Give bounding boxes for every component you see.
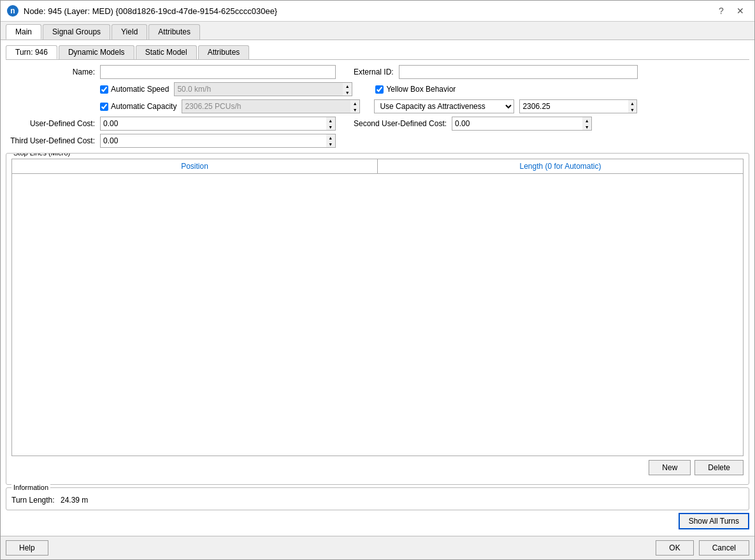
stop-lines-table: Position Length (0 for Automatic)	[11, 159, 744, 456]
thirdcost-spin-up[interactable]: ▲	[326, 134, 335, 141]
third-cost-input-group: ▲ ▼	[100, 134, 336, 148]
secondcost-spin-up[interactable]: ▲	[582, 117, 591, 124]
speed-yellowbox-row: Automatic Speed ▲ ▼ Yellow Box Behavior	[6, 82, 749, 96]
tab-signal-groups[interactable]: Signal Groups	[43, 24, 110, 39]
main-tab-bar: Main Signal Groups Yield Attributes	[1, 22, 754, 40]
automatic-speed-checkbox-label[interactable]: Automatic Speed	[100, 85, 169, 94]
sub-tab-turn[interactable]: Turn: 946	[6, 45, 57, 59]
user-cost-input-group: ▲ ▼	[100, 117, 336, 131]
capval-spin-down[interactable]: ▼	[628, 106, 637, 113]
automatic-capacity-input-group: ▲ ▼	[182, 99, 360, 113]
capacity-spin-down[interactable]: ▼	[350, 106, 359, 113]
speed-spin-down[interactable]: ▼	[343, 89, 352, 96]
stop-lines-legend: Stop Lines (Micro)	[11, 153, 72, 157]
use-capacity-dropdown[interactable]: Use Capacity as Attractiveness Do not us…	[374, 99, 514, 113]
capacity-value-spinners: ▲ ▼	[628, 99, 638, 113]
capacity-spin-up[interactable]: ▲	[350, 100, 359, 106]
second-cost-input[interactable]	[452, 117, 582, 131]
name-externalid-row: Name: External ID:	[6, 65, 749, 79]
footer-bar: Help OK Cancel	[1, 536, 754, 559]
usercost-spin-up[interactable]: ▲	[326, 117, 335, 124]
user-cost-row: User-Defined Cost: ▲ ▼ Second User-Defin…	[6, 117, 749, 131]
user-cost-label: User-Defined Cost:	[6, 119, 95, 128]
new-delete-row: New Delete	[11, 456, 744, 479]
show-all-turns-bar: Show All Turns	[6, 513, 749, 529]
automatic-speed-input	[174, 82, 343, 96]
sub-tab-dynamic-models[interactable]: Dynamic Models	[59, 45, 134, 59]
third-cost-row: Third User-Defined Cost: ▲ ▼	[6, 134, 749, 148]
show-all-turns-button[interactable]: Show All Turns	[679, 513, 749, 529]
external-id-label: External ID:	[354, 68, 394, 76]
user-cost-input[interactable]	[100, 117, 326, 131]
automatic-capacity-checkbox[interactable]	[100, 103, 108, 111]
capacity-row: Automatic Capacity ▲ ▼ Use Capacity as A…	[6, 99, 749, 113]
table-header: Position Length (0 for Automatic)	[12, 159, 743, 174]
information-group: Information Turn Length: 24.39 m	[6, 487, 749, 510]
sub-tab-static-model[interactable]: Static Model	[136, 45, 197, 59]
new-button[interactable]: New	[649, 460, 691, 475]
ok-button[interactable]: OK	[656, 540, 693, 556]
yellow-box-checkbox-label[interactable]: Yellow Box Behavior	[375, 85, 456, 94]
external-id-input[interactable]	[399, 65, 638, 79]
close-button[interactable]: ✕	[733, 4, 748, 17]
third-cost-spinners: ▲ ▼	[326, 134, 336, 148]
title-bar: n Node: 945 (Layer: MED) {008d1826-19cd-…	[1, 1, 754, 22]
automatic-speed-spinners: ▲ ▼	[343, 82, 352, 96]
content-area: Turn: 946 Dynamic Models Static Model At…	[1, 40, 754, 536]
tab-yield[interactable]: Yield	[111, 24, 147, 39]
app-icon: n	[7, 5, 18, 17]
tab-main[interactable]: Main	[6, 24, 41, 39]
automatic-speed-input-group: ▲ ▼	[174, 82, 352, 96]
automatic-capacity-input	[182, 99, 350, 113]
tab-attributes[interactable]: Attributes	[148, 24, 200, 39]
speed-spin-up[interactable]: ▲	[343, 83, 352, 89]
sub-tab-attributes[interactable]: Attributes	[198, 45, 250, 59]
col-position: Position	[12, 159, 378, 173]
col-length: Length (0 for Automatic)	[378, 159, 743, 173]
help-icon-button[interactable]: ?	[714, 4, 729, 17]
turn-length-value: 24.39 m	[61, 496, 88, 505]
window-title: Node: 945 (Layer: MED) {008d1826-19cd-47…	[24, 6, 708, 16]
automatic-capacity-label: Automatic Capacity	[111, 102, 176, 111]
table-body	[12, 174, 743, 456]
title-buttons: ? ✕	[714, 4, 748, 17]
turn-length-label: Turn Length:	[11, 496, 55, 505]
cancel-button[interactable]: Cancel	[699, 540, 749, 556]
delete-button[interactable]: Delete	[694, 460, 744, 475]
name-label: Name:	[6, 68, 95, 76]
thirdcost-spin-down[interactable]: ▼	[326, 141, 335, 147]
automatic-speed-checkbox[interactable]	[100, 85, 108, 94]
second-cost-label: Second User-Defined Cost:	[354, 119, 447, 128]
information-legend: Information	[11, 484, 50, 491]
automatic-speed-label: Automatic Speed	[111, 85, 169, 94]
yellow-box-label: Yellow Box Behavior	[386, 85, 456, 94]
capval-spin-up[interactable]: ▲	[628, 100, 637, 106]
second-cost-input-group: ▲ ▼	[452, 117, 592, 131]
secondcost-spin-down[interactable]: ▼	[582, 124, 591, 130]
stop-lines-section: Stop Lines (Micro) Position Length (0 fo…	[6, 153, 749, 485]
yellow-box-checkbox[interactable]	[375, 85, 384, 94]
automatic-capacity-checkbox-label[interactable]: Automatic Capacity	[100, 102, 176, 111]
second-cost-spinners: ▲ ▼	[582, 117, 592, 131]
automatic-capacity-spinners: ▲ ▼	[350, 99, 360, 113]
help-button[interactable]: Help	[6, 540, 48, 556]
capacity-value-group: ▲ ▼	[519, 99, 637, 113]
capacity-value-input[interactable]	[519, 99, 628, 113]
usercost-spin-down[interactable]: ▼	[326, 124, 335, 130]
sub-tab-bar: Turn: 946 Dynamic Models Static Model At…	[6, 45, 749, 60]
stop-lines-group: Stop Lines (Micro) Position Length (0 fo…	[6, 153, 749, 485]
third-cost-label: Third User-Defined Cost:	[6, 136, 95, 145]
third-cost-input[interactable]	[100, 134, 326, 148]
form-section: Name: External ID: Automatic Speed ▲ ▼	[6, 65, 749, 148]
turn-length-row: Turn Length: 24.39 m	[11, 496, 744, 505]
main-window: n Node: 945 (Layer: MED) {008d1826-19cd-…	[0, 0, 755, 560]
name-input[interactable]	[100, 65, 336, 79]
user-cost-spinners: ▲ ▼	[326, 117, 336, 131]
